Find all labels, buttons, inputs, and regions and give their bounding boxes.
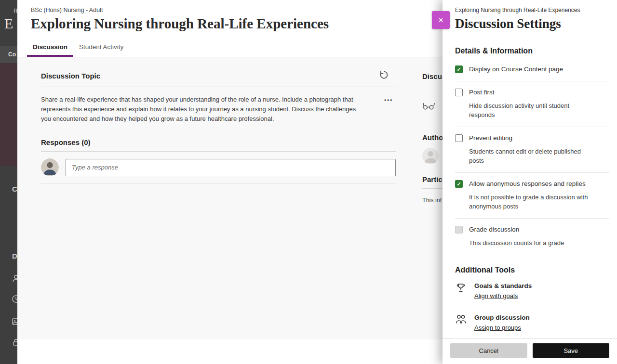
save-button[interactable]: Save bbox=[533, 343, 610, 358]
tool-label: Goals & standards bbox=[474, 282, 532, 290]
participants-info-clipped: This inf bbox=[422, 197, 443, 204]
responses-heading: Responses (0) bbox=[41, 138, 396, 146]
divider bbox=[41, 183, 396, 183]
additional-tools-heading: Additional Tools bbox=[455, 266, 609, 274]
background-heading-fragment: D bbox=[12, 252, 17, 260]
background-heading-fragment: C bbox=[12, 185, 17, 193]
checkbox-grade-discussion[interactable] bbox=[455, 226, 463, 234]
panel-subtitle: Exploring Nursing through Real-Life Expe… bbox=[455, 7, 609, 13]
tabbar: Discussion Student Activity bbox=[17, 39, 443, 57]
lock-icon bbox=[12, 338, 17, 347]
discussion-topic-text: Share a real-life experience that has sh… bbox=[41, 95, 381, 124]
option-display-on-course-content: Display on Course Content page bbox=[455, 58, 609, 81]
background-title-fragment: E bbox=[4, 15, 13, 32]
discussion-topic-heading: Discussion Topic bbox=[41, 72, 100, 80]
background-tab-fragment: Co bbox=[8, 51, 16, 58]
align-with-goals-link[interactable]: Align with goals bbox=[474, 292, 518, 299]
page-title: Exploring Nursing through Real-Life Expe… bbox=[31, 16, 443, 32]
assign-to-groups-link[interactable]: Assign to groups bbox=[474, 324, 521, 331]
tab-discussion[interactable]: Discussion bbox=[27, 39, 73, 57]
option-description: Students cannot edit or delete published… bbox=[469, 147, 593, 165]
close-icon: × bbox=[438, 15, 443, 25]
checkbox-prevent-editing[interactable] bbox=[455, 134, 463, 142]
discussion-content: Discussion Topic Share a real-life exper… bbox=[17, 57, 443, 339]
tab-student-activity[interactable]: Student Activity bbox=[73, 39, 129, 57]
breadcrumb: BSc (Hons) Nursing - Adult bbox=[31, 7, 443, 13]
cancel-button[interactable]: Cancel bbox=[450, 343, 527, 358]
panel-header: Exploring Nursing through Real-Life Expe… bbox=[443, 0, 617, 36]
panel-title: Discussion Settings bbox=[455, 16, 609, 31]
option-description: It is not possible to grade a discussion… bbox=[469, 193, 593, 211]
divider bbox=[422, 86, 443, 86]
discussion-settings-panel: Exploring Nursing through Real-Life Expe… bbox=[443, 0, 617, 364]
option-label: Display on Course Content page bbox=[469, 65, 609, 74]
option-description: This discussion counts for a grade bbox=[469, 238, 593, 247]
option-label: Prevent editing bbox=[469, 134, 609, 143]
participants-heading-clipped: Partic bbox=[422, 175, 443, 183]
response-row bbox=[41, 152, 396, 183]
background-course-page: RU E Co C D bbox=[0, 0, 17, 364]
clock-icon bbox=[12, 295, 17, 303]
checkbox-allow-anonymous[interactable] bbox=[455, 180, 463, 188]
option-allow-anonymous: Allow anonymous responses and replies It… bbox=[455, 173, 609, 219]
checkbox-post-first[interactable] bbox=[455, 89, 463, 96]
option-prevent-editing: Prevent editing Students cannot edit or … bbox=[455, 127, 609, 173]
tool-group-discussion: Group discussion Assign to groups bbox=[455, 307, 609, 338]
option-grade-discussion: Grade discussion This discussion counts … bbox=[455, 219, 609, 255]
option-label: Allow anonymous responses and replies bbox=[469, 180, 609, 188]
goals-icon bbox=[455, 282, 468, 296]
person-icon bbox=[12, 274, 17, 283]
kebab-menu-icon[interactable]: ⋯ bbox=[381, 96, 396, 124]
image-icon bbox=[12, 317, 17, 326]
background-text-fragment: RU bbox=[13, 8, 17, 14]
response-input[interactable] bbox=[66, 159, 396, 176]
discussion-page: BSc (Hons) Nursing - Adult Exploring Nur… bbox=[17, 0, 443, 364]
discussion-details-column: Discu Autho Partic This inf bbox=[422, 57, 443, 204]
option-description: Hide discussion activity until student r… bbox=[469, 101, 593, 119]
option-label: Grade discussion bbox=[469, 225, 609, 234]
refresh-icon[interactable] bbox=[379, 70, 389, 82]
author-avatar bbox=[422, 148, 439, 164]
close-button[interactable]: × bbox=[432, 11, 450, 29]
checkbox-display-on-course-content[interactable] bbox=[455, 65, 463, 73]
option-post-first: Post first Hide discussion activity unti… bbox=[455, 81, 609, 127]
divider bbox=[41, 87, 396, 87]
panel-body: Details & Information Display on Course … bbox=[443, 36, 617, 338]
panel-footer: Cancel Save bbox=[443, 338, 617, 364]
option-label: Post first bbox=[469, 88, 609, 97]
topic-column: Discussion Topic Share a real-life exper… bbox=[41, 57, 396, 339]
background-banner-band bbox=[0, 63, 17, 166]
anonymous-icon bbox=[422, 102, 443, 112]
details-information-heading: Details & Information bbox=[455, 47, 609, 55]
divider bbox=[422, 188, 443, 189]
user-avatar bbox=[41, 158, 59, 176]
page: RU E Co C D BSc (Hons) Nursing - Adult E… bbox=[0, 0, 617, 364]
details-heading-clipped: Discu bbox=[422, 72, 443, 80]
tool-label: Group discussion bbox=[474, 313, 530, 322]
page-header: BSc (Hons) Nursing - Adult Exploring Nur… bbox=[17, 0, 443, 32]
tool-goals-standards: Goals & standards Align with goals bbox=[455, 275, 609, 307]
group-icon bbox=[455, 314, 468, 326]
author-heading-clipped: Autho bbox=[422, 133, 443, 142]
